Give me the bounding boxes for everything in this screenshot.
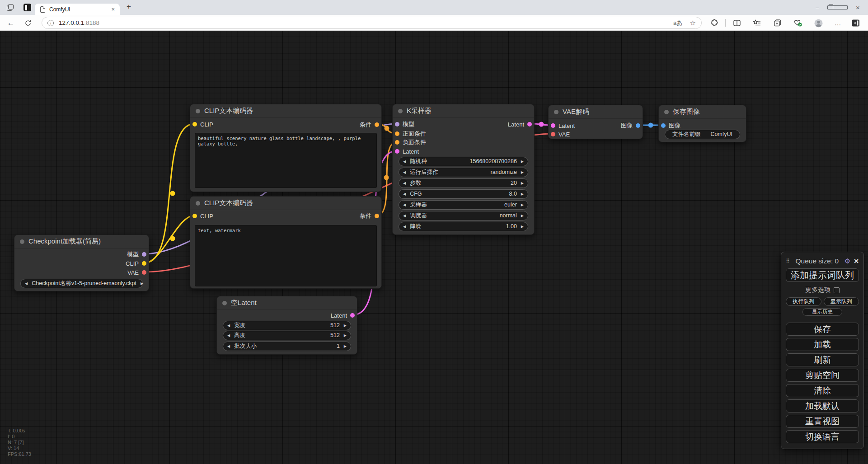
collapse-dot-icon[interactable] bbox=[664, 110, 669, 114]
node-vae-decode[interactable]: VAE解码LatentVAE图像 bbox=[548, 105, 643, 139]
profile-avatar[interactable] bbox=[814, 19, 822, 27]
node-checkpoint-loader[interactable]: Checkpoint加载器(简易)模型CLIPVAE◀Checkpoint名称v… bbox=[14, 234, 149, 291]
widget-decrement-arrow[interactable]: ◀ bbox=[25, 281, 28, 286]
input-slot-dot[interactable] bbox=[395, 131, 399, 136]
refresh-button[interactable]: 刷新 bbox=[786, 353, 859, 366]
menu-close-icon[interactable]: ✕ bbox=[854, 258, 859, 265]
collapse-dot-icon[interactable] bbox=[554, 110, 558, 114]
favorites-icon[interactable] bbox=[753, 19, 761, 27]
widget-width[interactable]: ◀宽度512▶ bbox=[223, 321, 351, 330]
queue-prompt-button[interactable]: 添加提示词队列 bbox=[786, 268, 859, 282]
view-history-button[interactable]: 显示历史 bbox=[802, 308, 842, 316]
widget-increment-arrow[interactable]: ▶ bbox=[521, 203, 524, 207]
settings-gear-icon[interactable]: ⚙ bbox=[845, 257, 850, 265]
extensions-icon[interactable] bbox=[710, 19, 718, 27]
widget-batch-size[interactable]: ◀批次大小1▶ bbox=[223, 342, 351, 351]
node-clip-text-encode-positive[interactable]: CLIP文本编码器CLIP条件beautiful scenery nature … bbox=[190, 104, 382, 192]
widget-seed[interactable]: ◀随机种156680208700286▶ bbox=[399, 157, 528, 166]
widget-decrement-arrow[interactable]: ◀ bbox=[403, 159, 406, 164]
widget-increment-arrow[interactable]: ▶ bbox=[344, 344, 347, 348]
minimize-button[interactable]: – bbox=[807, 5, 827, 11]
widget-increment-arrow[interactable]: ▶ bbox=[521, 181, 524, 185]
close-button[interactable]: × bbox=[848, 4, 868, 11]
output-slot-dot[interactable] bbox=[527, 122, 532, 127]
widget-increment-arrow[interactable]: ▶ bbox=[521, 159, 524, 164]
node-title-bar[interactable]: CLIP文本编码器 bbox=[190, 104, 381, 118]
collapse-dot-icon[interactable] bbox=[20, 239, 24, 244]
split-screen-icon[interactable] bbox=[733, 19, 741, 27]
tab-close-icon[interactable]: × bbox=[110, 6, 116, 13]
collections-icon[interactable] bbox=[774, 19, 782, 27]
widget-denoise[interactable]: ◀降噪1.00▶ bbox=[399, 222, 528, 231]
translate-icon[interactable]: aあ bbox=[673, 19, 683, 27]
comfy-menu-panel[interactable]: ⠿ Queue size: 0 ⚙ ✕ 添加提示词队列 更多选项 执行队列显示队… bbox=[781, 252, 864, 449]
new-tab-button[interactable]: + bbox=[127, 2, 131, 11]
widget-decrement-arrow[interactable]: ◀ bbox=[403, 225, 406, 229]
widget-decrement-arrow[interactable]: ◀ bbox=[227, 344, 230, 348]
widget-increment-arrow[interactable]: ▶ bbox=[344, 323, 347, 328]
back-button[interactable]: ← bbox=[5, 15, 17, 31]
output-slot-dot[interactable] bbox=[636, 123, 640, 128]
node-title-bar[interactable]: K采样器 bbox=[393, 104, 534, 118]
reset-view-button[interactable]: 重置视图 bbox=[786, 415, 859, 428]
queue-front-button[interactable]: 执行队列 bbox=[786, 297, 821, 306]
favorite-star-icon[interactable]: ☆ bbox=[690, 19, 696, 27]
node-empty-latent-image[interactable]: 空LatentLatent◀宽度512▶◀高度512▶◀批次大小1▶ bbox=[216, 296, 357, 355]
input-slot-dot[interactable] bbox=[192, 214, 197, 218]
node-save-image[interactable]: 保存图像图像文件名前缀ComfyUI bbox=[658, 105, 746, 142]
restore-button[interactable] bbox=[827, 5, 848, 11]
widget-decrement-arrow[interactable]: ◀ bbox=[403, 181, 406, 185]
clear-button[interactable]: 清除 bbox=[786, 384, 859, 397]
widget-decrement-arrow[interactable]: ◀ bbox=[227, 333, 230, 337]
node-title-bar[interactable]: 空Latent bbox=[217, 296, 357, 310]
widget-cfg[interactable]: ◀CFG8.0▶ bbox=[399, 189, 528, 199]
collapse-dot-icon[interactable] bbox=[398, 109, 403, 113]
graph-canvas[interactable]: Checkpoint加载器(简易)模型CLIPVAE◀Checkpoint名称v… bbox=[0, 31, 868, 464]
workspaces-icon[interactable] bbox=[7, 4, 14, 11]
input-slot-dot[interactable] bbox=[395, 122, 399, 127]
widget-increment-arrow[interactable]: ▶ bbox=[141, 281, 143, 286]
input-slot-dot[interactable] bbox=[661, 123, 666, 128]
widget-increment-arrow[interactable]: ▶ bbox=[344, 333, 347, 337]
output-slot-dot[interactable] bbox=[142, 270, 146, 275]
extra-options-checkbox[interactable] bbox=[834, 287, 840, 293]
negative-prompt-textarea[interactable]: text, watermark bbox=[195, 225, 377, 286]
widget-increment-arrow[interactable]: ▶ bbox=[521, 170, 524, 174]
input-slot-dot[interactable] bbox=[395, 149, 399, 154]
output-slot-dot[interactable] bbox=[350, 313, 355, 318]
tab-actions-icon[interactable] bbox=[23, 4, 31, 11]
refresh-button[interactable] bbox=[22, 15, 34, 31]
view-queue-button[interactable]: 显示队列 bbox=[824, 297, 859, 306]
browser-tab[interactable]: ComfyUI × bbox=[35, 4, 120, 15]
collapse-dot-icon[interactable] bbox=[196, 109, 200, 113]
node-title-bar[interactable]: 保存图像 bbox=[659, 105, 746, 119]
output-slot-dot[interactable] bbox=[375, 122, 379, 127]
widget-decrement-arrow[interactable]: ◀ bbox=[403, 214, 406, 218]
input-slot-dot[interactable] bbox=[551, 132, 555, 136]
widget-scheduler[interactable]: ◀调度器normal▶ bbox=[399, 211, 528, 220]
widget-increment-arrow[interactable]: ▶ bbox=[521, 214, 524, 218]
widget-control-after-generate[interactable]: ◀运行后操作randomize▶ bbox=[399, 168, 528, 177]
node-ksampler[interactable]: K采样器模型正面条件负面条件LatentLatent◀随机种1566802087… bbox=[392, 104, 535, 235]
output-slot-dot[interactable] bbox=[142, 261, 146, 266]
browser-essentials-icon[interactable] bbox=[793, 19, 802, 27]
node-title-bar[interactable]: CLIP文本编码器 bbox=[190, 197, 381, 210]
site-info-icon[interactable]: i bbox=[47, 20, 54, 26]
widget-sampler-name[interactable]: ◀采样器euler▶ bbox=[399, 200, 528, 210]
load-default-button[interactable]: 加载默认 bbox=[786, 399, 859, 412]
drag-handle-icon[interactable]: ⠿ bbox=[786, 258, 790, 264]
input-slot-dot[interactable] bbox=[395, 140, 399, 145]
widget-ckpt-name[interactable]: ◀Checkpoint名称v1-5-pruned-emaonly.ckpt▶ bbox=[20, 279, 143, 288]
widget-decrement-arrow[interactable]: ◀ bbox=[403, 192, 406, 196]
widget-increment-arrow[interactable]: ▶ bbox=[521, 225, 524, 229]
output-slot-dot[interactable] bbox=[375, 214, 379, 218]
widget-decrement-arrow[interactable]: ◀ bbox=[403, 203, 406, 207]
input-slot-dot[interactable] bbox=[551, 123, 555, 128]
widget-increment-arrow[interactable]: ▶ bbox=[521, 192, 524, 196]
widget-filename-prefix[interactable]: 文件名前缀ComfyUI bbox=[665, 130, 740, 139]
node-title-bar[interactable]: VAE解码 bbox=[549, 105, 643, 119]
save-button[interactable]: 保存 bbox=[786, 323, 859, 336]
widget-steps[interactable]: ◀步数20▶ bbox=[399, 178, 528, 188]
switch-locale-button[interactable]: 切换语言 bbox=[786, 430, 859, 443]
address-bar[interactable]: i 127.0.0.1:8188 aあ ☆ bbox=[42, 17, 702, 29]
